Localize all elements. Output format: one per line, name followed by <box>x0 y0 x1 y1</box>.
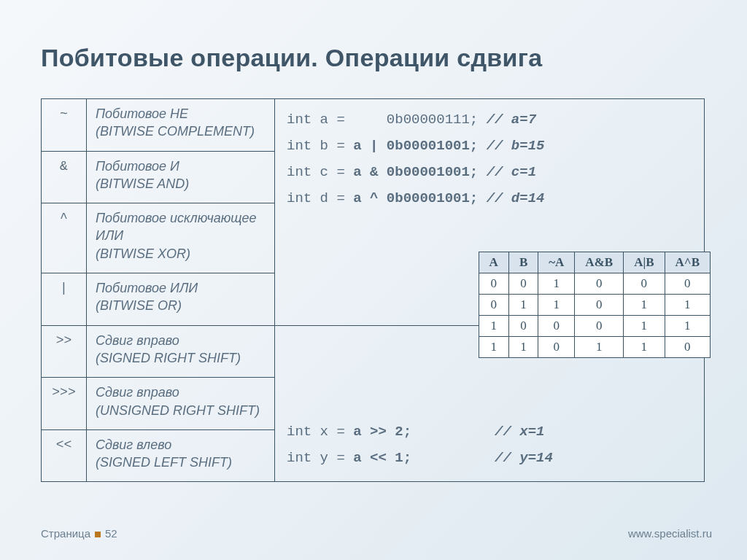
truth-header: A^B <box>665 252 711 273</box>
truth-row: 0 1 1 0 1 1 <box>479 295 710 316</box>
op-symbol: >>> <box>42 378 87 430</box>
op-desc: Побитовое И(BITWISE AND) <box>87 151 275 203</box>
truth-row: 0 0 1 0 0 0 <box>479 273 710 295</box>
op-desc: Побитовое исключающее ИЛИ(BITWISE XOR) <box>87 203 275 273</box>
footer-url: www.specialist.ru <box>628 527 712 540</box>
op-desc: Побитовое ИЛИ(BITWISE OR) <box>87 273 275 326</box>
op-symbol: | <box>42 273 87 326</box>
slide-title: Побитовые операции. Операции сдвига <box>41 44 712 72</box>
bullet-icon <box>95 532 101 537</box>
table-row: ~ Побитовое НЕ(BITWISE COMPLEMENT) int a… <box>42 99 705 152</box>
truth-table: A B ~A A&B A|B A^B 0 0 1 0 0 0 0 1 1 0 1… <box>479 252 711 358</box>
truth-header: A|B <box>624 252 665 273</box>
slide-footer: Страница52 www.specialist.ru <box>41 527 712 540</box>
truth-header: ~A <box>538 252 575 273</box>
truth-header: B <box>508 252 538 273</box>
op-symbol: << <box>42 429 87 482</box>
truth-row: 1 1 0 1 1 0 <box>479 337 710 358</box>
op-desc: Побитовое НЕ(BITWISE COMPLEMENT) <box>87 99 275 152</box>
op-symbol: ~ <box>42 99 87 152</box>
truth-row: 1 0 0 0 1 1 <box>479 316 710 337</box>
op-symbol: >> <box>42 325 87 378</box>
op-desc: Сдвиг влево(SIGNED LEFT SHIFT) <box>87 429 275 482</box>
page-number: Страница52 <box>41 527 117 540</box>
op-symbol: & <box>42 151 87 203</box>
op-desc: Сдвиг вправо(SIGNED RIGHT SHIFT) <box>87 325 275 378</box>
op-desc: Сдвиг вправо(UNSIGNED RIGHT SHIFT) <box>87 378 275 430</box>
truth-header: A&B <box>575 252 624 273</box>
op-symbol: ^ <box>42 203 87 273</box>
truth-header: A <box>479 252 508 273</box>
